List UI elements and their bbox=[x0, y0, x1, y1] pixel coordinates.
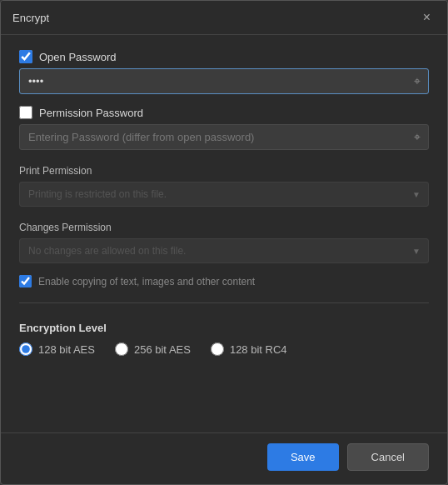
title-bar: Encrypt × bbox=[1, 1, 447, 35]
radio-128rc4-label: 128 bit RC4 bbox=[230, 343, 287, 356]
permission-password-input-wrapper: ⌖ bbox=[19, 124, 429, 150]
copy-content-row: Enable copying of text, images and other… bbox=[19, 275, 429, 288]
cancel-button[interactable]: Cancel bbox=[347, 443, 429, 471]
open-password-checkbox-row: Open Password bbox=[19, 50, 429, 63]
radio-item-128rc4[interactable]: 128 bit RC4 bbox=[211, 342, 287, 356]
dialog-title: Encrypt bbox=[12, 12, 49, 24]
permission-password-input[interactable] bbox=[19, 124, 429, 150]
permission-password-section: Permission Password ⌖ bbox=[19, 106, 429, 150]
copy-content-checkbox[interactable] bbox=[19, 275, 32, 288]
radio-item-128aes[interactable]: 128 bit AES bbox=[19, 342, 95, 356]
open-password-checkbox[interactable] bbox=[19, 50, 32, 63]
radio-256aes[interactable] bbox=[115, 342, 128, 356]
changes-permission-section: Changes Permission No changes are allowe… bbox=[19, 218, 429, 263]
radio-256aes-label: 256 bit AES bbox=[134, 343, 191, 356]
radio-128aes[interactable] bbox=[19, 342, 32, 356]
open-password-label[interactable]: Open Password bbox=[39, 51, 117, 63]
radio-item-256aes[interactable]: 256 bit AES bbox=[115, 342, 191, 356]
permission-password-checkbox[interactable] bbox=[19, 106, 32, 119]
changes-permission-label: Changes Permission bbox=[19, 222, 429, 233]
open-password-input[interactable] bbox=[19, 68, 429, 94]
encrypt-dialog: Encrypt × Open Password ⌖ Permission Pas… bbox=[0, 0, 448, 485]
radio-128rc4[interactable] bbox=[211, 342, 224, 356]
radio-128aes-label: 128 bit AES bbox=[38, 343, 95, 356]
dialog-footer: Save Cancel bbox=[1, 432, 447, 484]
save-button[interactable]: Save bbox=[267, 443, 339, 471]
print-permission-section: Print Permission Printing is restricted … bbox=[19, 162, 429, 207]
encryption-radio-group: 128 bit AES 256 bit AES 128 bit RC4 bbox=[19, 342, 429, 356]
permission-password-checkbox-row: Permission Password bbox=[19, 106, 429, 119]
changes-permission-select[interactable]: No changes are allowed on this file. bbox=[19, 238, 429, 263]
changes-permission-select-wrapper: No changes are allowed on this file. ▼ bbox=[19, 238, 429, 263]
open-password-input-wrapper: ⌖ bbox=[19, 68, 429, 94]
permission-password-eye-icon[interactable]: ⌖ bbox=[414, 130, 421, 144]
open-password-eye-icon[interactable]: ⌖ bbox=[414, 74, 421, 88]
open-password-section: Open Password ⌖ bbox=[19, 50, 429, 94]
copy-content-label[interactable]: Enable copying of text, images and other… bbox=[38, 276, 255, 288]
print-permission-select-wrapper: Printing is restricted on this file. ▼ bbox=[19, 182, 429, 207]
close-button[interactable]: × bbox=[418, 9, 436, 26]
print-permission-label: Print Permission bbox=[19, 165, 429, 177]
permission-password-label[interactable]: Permission Password bbox=[39, 107, 143, 119]
encryption-level-title: Encryption Level bbox=[19, 322, 429, 334]
section-divider bbox=[19, 302, 429, 303]
print-permission-select[interactable]: Printing is restricted on this file. bbox=[19, 182, 429, 207]
encryption-level-section: Encryption Level 128 bit AES 256 bit AES… bbox=[19, 322, 429, 356]
dialog-body: Open Password ⌖ Permission Password ⌖ Pr… bbox=[1, 35, 447, 432]
